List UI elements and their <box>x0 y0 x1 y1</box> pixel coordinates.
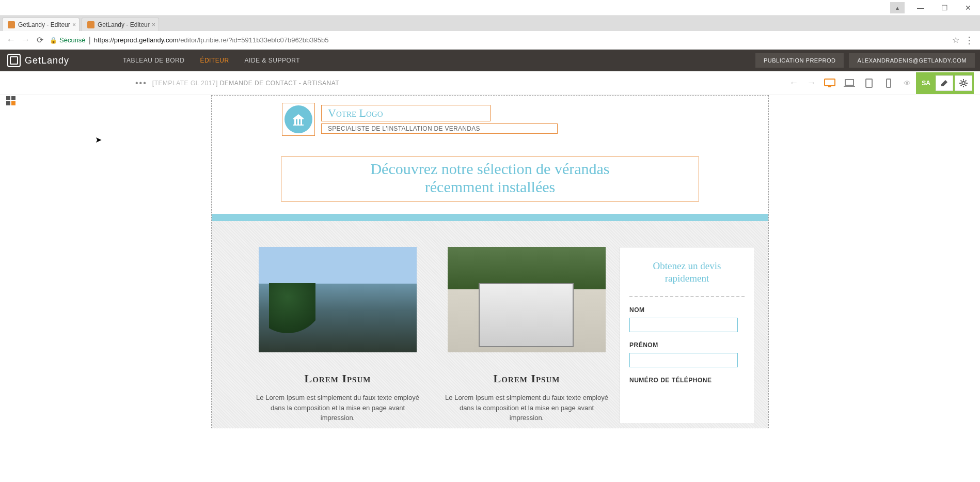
svg-line-12 <box>966 85 967 86</box>
mobile-view-button[interactable] <box>881 75 896 91</box>
preview-button[interactable]: 👁 <box>904 79 911 87</box>
window-close[interactable]: ✕ <box>956 0 980 15</box>
lock-icon: 🔒 <box>50 37 57 44</box>
window-minimize[interactable]: — <box>909 0 932 15</box>
secure-label: Sécurisé <box>59 36 86 44</box>
svg-line-14 <box>966 80 967 81</box>
browser-tab-0[interactable]: GetLandy - Editeur × <box>2 18 80 31</box>
svg-rect-2 <box>845 80 853 85</box>
svg-rect-0 <box>825 79 835 86</box>
svg-rect-1 <box>828 86 831 87</box>
separator: | <box>89 36 91 45</box>
svg-line-13 <box>961 85 962 86</box>
svg-rect-4 <box>866 79 872 87</box>
more-icon[interactable]: ••• <box>135 79 147 88</box>
undo-button[interactable]: ← <box>789 77 798 88</box>
svg-point-6 <box>962 82 965 85</box>
laptop-view-button[interactable] <box>842 75 857 91</box>
redo-button[interactable]: → <box>807 77 816 88</box>
close-icon[interactable]: × <box>72 21 76 28</box>
close-icon[interactable]: × <box>152 21 155 28</box>
forward-button[interactable]: → <box>19 34 32 47</box>
tablet-view-button[interactable] <box>861 75 877 91</box>
document-title[interactable]: [TEMPLATE GL 2017] DEMANDE DE CONTACT - … <box>152 80 339 87</box>
doc-prefix: [TEMPLATE GL 2017] <box>152 80 220 87</box>
desktop-view-button[interactable] <box>822 75 837 91</box>
save-button[interactable]: SA <box>918 74 935 92</box>
app-logo[interactable]: GetLandy <box>0 54 76 67</box>
tab-title: GetLandy - Editeur <box>18 21 70 28</box>
browser-tab-1[interactable]: GetLandy - Editeur × <box>82 18 159 31</box>
back-button[interactable]: ← <box>4 34 18 47</box>
svg-rect-5 <box>887 79 891 87</box>
header-right: PUBLICATION PREPROD ALEXANDRADENIS@GETLA… <box>755 53 980 68</box>
user-icon[interactable]: ▴ <box>890 2 905 13</box>
nav-editor[interactable]: ÉDITEUR <box>200 57 229 64</box>
edit-mode-button[interactable] <box>936 75 953 91</box>
main-nav: TABLEAU DE BORD ÉDITEUR AIDE & SUPPORT <box>123 57 300 64</box>
nav-dashboard[interactable]: TABLEAU DE BORD <box>123 57 184 64</box>
url-path[interactable]: /editor/lp.ribie.re/?id=5911b33ebfc07b96… <box>179 36 329 44</box>
doc-name: DEMANDE DE CONTACT - ARTISANAT <box>220 80 339 87</box>
publish-button[interactable]: PUBLICATION PREPROD <box>755 53 844 68</box>
browser-tabstrip: GetLandy - Editeur × GetLandy - Editeur … <box>0 15 980 31</box>
nav-help[interactable]: AIDE & SUPPORT <box>245 57 300 64</box>
user-menu[interactable]: ALEXANDRADENIS@GETLANDY.COM <box>849 53 975 68</box>
settings-button[interactable] <box>955 75 972 91</box>
reload-button[interactable]: ⟳ <box>33 35 46 45</box>
logo-text: GetLandy <box>25 55 69 66</box>
bookmark-icon[interactable]: ☆ <box>952 35 959 45</box>
editor-toolbar: ••• [TEMPLATE GL 2017] DEMANDE DE CONTAC… <box>0 71 980 95</box>
logo-mark-icon <box>7 54 21 67</box>
window-titlebar: ▴ — ☐ ✕ <box>0 0 980 15</box>
app-header: GetLandy TABLEAU DE BORD ÉDITEUR AIDE & … <box>0 50 980 71</box>
window-maximize[interactable]: ☐ <box>932 0 956 15</box>
svg-rect-3 <box>844 86 855 87</box>
favicon-icon <box>8 21 15 28</box>
url-host[interactable]: https://preprod.getlandy.com <box>94 36 179 44</box>
browser-toolbar: ← → ⟳ 🔒 Sécurisé | https://preprod.getla… <box>0 31 980 50</box>
menu-icon[interactable]: ⋮ <box>965 35 974 46</box>
svg-line-11 <box>961 80 962 81</box>
tab-title: GetLandy - Editeur <box>98 21 150 28</box>
favicon-icon <box>87 21 94 28</box>
save-group: SA <box>916 72 974 94</box>
